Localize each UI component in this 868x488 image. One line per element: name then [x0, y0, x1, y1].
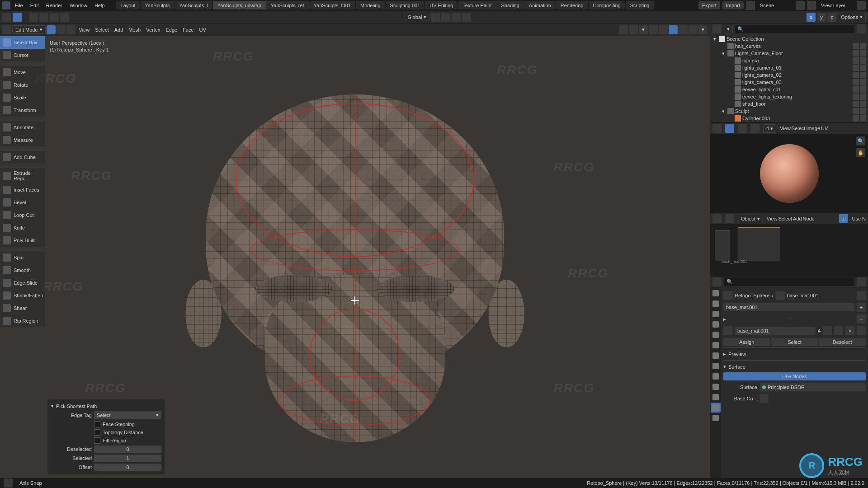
- node-menu-select[interactable]: Select: [778, 216, 792, 221]
- outliner-item[interactable]: Cylinder.003: [710, 115, 868, 122]
- editor-type-icon[interactable]: [2, 25, 11, 34]
- basecolor-swatch[interactable]: [760, 394, 769, 403]
- selected-value[interactable]: 1: [94, 455, 161, 462]
- image-number-dropdown[interactable]: 4 ▾: [763, 124, 776, 133]
- image-paint-icon[interactable]: [738, 124, 747, 133]
- tool-edge-slide[interactable]: Edge Slide: [0, 277, 45, 289]
- tool-smooth[interactable]: Smooth: [0, 264, 45, 277]
- restrict-render-icon[interactable]: [860, 50, 866, 56]
- tool-measure[interactable]: Measure: [0, 134, 45, 146]
- axis-x-toggle[interactable]: x: [807, 13, 816, 22]
- tool-cursor[interactable]: Cursor: [0, 49, 45, 61]
- viewlayer-field[interactable]: View Layer: [818, 1, 854, 9]
- layer-icon[interactable]: [807, 1, 816, 10]
- restrict-render-icon[interactable]: [860, 43, 866, 49]
- outliner-editor-icon[interactable]: [712, 24, 722, 33]
- mat-nodes-icon[interactable]: [857, 326, 866, 335]
- vp-menu-add[interactable]: Add: [112, 26, 126, 33]
- vp-menu-mesh[interactable]: Mesh: [126, 26, 143, 33]
- node-type-icon[interactable]: [725, 214, 734, 223]
- edge-tag-dropdown[interactable]: Select▾: [94, 411, 161, 419]
- gizmo-icon[interactable]: [629, 25, 638, 34]
- vp-menu-uv[interactable]: UV: [197, 26, 209, 33]
- restrict-viewport-icon[interactable]: [853, 57, 859, 64]
- restrict-render-icon[interactable]: [860, 108, 866, 114]
- select-button[interactable]: Select: [771, 338, 818, 346]
- vp-menu-vertex[interactable]: Vertex: [143, 26, 163, 33]
- tool-rip[interactable]: Rip Region: [0, 314, 45, 327]
- node-object-dropdown[interactable]: Object ▾: [738, 215, 763, 223]
- outliner-item[interactable]: eevee_lights_c01: [710, 86, 868, 93]
- node-editor-icon[interactable]: [712, 214, 722, 223]
- xray-icon[interactable]: [649, 25, 658, 34]
- material-preview[interactable]: 🔍 ✋: [710, 134, 868, 213]
- tool-poly-build[interactable]: Poly Build: [0, 234, 45, 247]
- props-search-input[interactable]: 🔍: [724, 277, 854, 286]
- image-editor-icon[interactable]: [712, 124, 722, 133]
- pin-icon[interactable]: [857, 291, 866, 300]
- tab-yansculpts-f001[interactable]: YanSculpts_f001: [309, 1, 356, 9]
- props-tab-material[interactable]: [711, 403, 721, 413]
- import-button[interactable]: Import: [722, 1, 744, 9]
- restrict-viewport-icon[interactable]: [853, 86, 859, 93]
- material-slot[interactable]: base_mat.001: [723, 303, 854, 311]
- restrict-render-icon[interactable]: [860, 72, 866, 78]
- snap-icon[interactable]: [29, 13, 38, 22]
- vp-menu-face[interactable]: Face: [180, 26, 196, 33]
- outliner-item[interactable]: lights_camera_02: [710, 71, 868, 79]
- tool-shrink[interactable]: Shrink/Fatten: [0, 289, 45, 302]
- outliner-item[interactable]: ▾Lights_Camera_Floor: [710, 50, 868, 57]
- props-tab-scene[interactable]: [711, 319, 721, 329]
- props-tab-data[interactable]: [711, 392, 721, 402]
- search-options-icon[interactable]: [857, 277, 866, 286]
- tab-shading[interactable]: Shading: [496, 1, 524, 9]
- breadcrumb-obj-icon[interactable]: [723, 291, 732, 300]
- restrict-render-icon[interactable]: [860, 115, 866, 122]
- mode-dropdown[interactable]: Edit Mode▾: [12, 25, 46, 34]
- tab-scripting[interactable]: Scripting: [626, 1, 655, 9]
- material-name-field[interactable]: base_mat.001: [735, 327, 816, 335]
- tab-yansculpts-unwrap[interactable]: YanSculpts_unwrap: [213, 1, 266, 9]
- new-scene-icon[interactable]: [796, 1, 805, 10]
- node-menu-node[interactable]: Node: [803, 216, 815, 221]
- outliner-item[interactable]: shad_floor: [710, 100, 868, 108]
- restrict-render-icon[interactable]: [860, 86, 866, 93]
- uv-menu-select[interactable]: Select: [792, 126, 806, 131]
- props-tab-world[interactable]: [711, 330, 721, 340]
- tool-inset[interactable]: Inset Faces: [0, 183, 45, 196]
- tool-spin[interactable]: Spin: [0, 251, 45, 264]
- restrict-viewport-icon[interactable]: [853, 65, 859, 71]
- vertex-select-icon[interactable]: [47, 25, 56, 34]
- prop-edit-icon[interactable]: [452, 13, 461, 22]
- tab-yansculpts-ret[interactable]: YanSculpts_ret: [266, 1, 309, 9]
- outliner-search[interactable]: 🔍: [735, 25, 854, 33]
- menu-window[interactable]: Window: [66, 2, 91, 9]
- deselect-button[interactable]: Deselect: [819, 338, 866, 346]
- outliner-mode-dropdown[interactable]: ▾: [724, 25, 733, 33]
- filter-icon[interactable]: [857, 24, 866, 33]
- remove-slot-icon[interactable]: −: [857, 314, 866, 324]
- zoom-icon[interactable]: 🔍: [856, 136, 865, 145]
- tool-knife[interactable]: Knife: [0, 221, 45, 234]
- props-tab-output[interactable]: [711, 299, 721, 309]
- tab-texture-paint[interactable]: Texture Paint: [458, 1, 496, 9]
- outliner-item[interactable]: hair_curves: [710, 42, 868, 50]
- mat-new-icon[interactable]: [823, 326, 832, 335]
- restrict-viewport-icon[interactable]: [853, 108, 859, 114]
- blender-logo[interactable]: [2, 1, 10, 9]
- checkbox[interactable]: [94, 429, 100, 436]
- outliner-item[interactable]: lights_camera_03: [710, 79, 868, 86]
- outliner-item[interactable]: Plane.007: [710, 122, 868, 122]
- material-ball-icon[interactable]: [723, 326, 732, 335]
- vp-menu-view[interactable]: View: [76, 26, 93, 33]
- surface-shader-dropdown[interactable]: Principled BSDF: [760, 383, 866, 391]
- tool-scale[interactable]: Scale: [0, 91, 45, 104]
- restrict-render-icon[interactable]: [860, 65, 866, 71]
- scene-field[interactable]: Scene: [757, 1, 793, 9]
- tab-rendering[interactable]: Rendering: [556, 1, 589, 9]
- pan-icon[interactable]: ✋: [856, 148, 865, 157]
- props-tab-texture[interactable]: [711, 413, 721, 423]
- operator-panel[interactable]: ▾Pick Shortest Path Edge Tag Select▾ Fac…: [47, 399, 165, 474]
- outliner-root[interactable]: ▾Scene Collection: [710, 35, 868, 42]
- axis-y-toggle[interactable]: y: [817, 13, 826, 22]
